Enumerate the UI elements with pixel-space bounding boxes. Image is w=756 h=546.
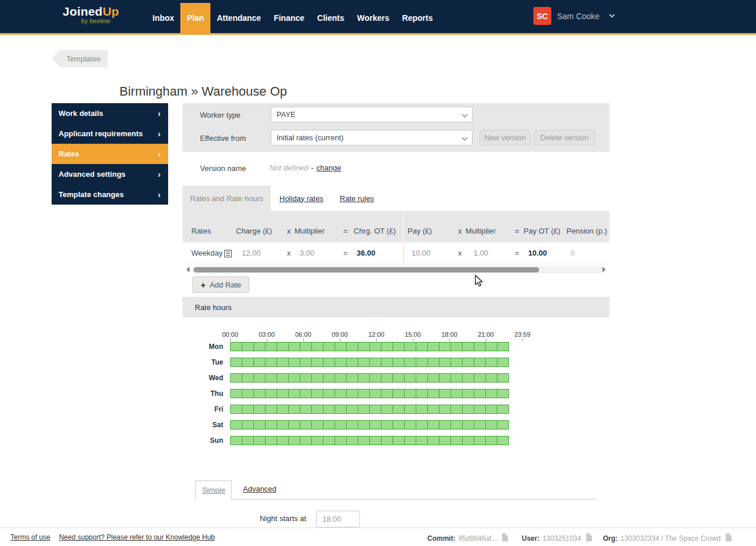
rate-hour-cell[interactable] [346,373,358,383]
document-icon[interactable] [501,533,508,543]
rate-hour-cell[interactable] [253,342,266,351]
rate-hour-cell[interactable] [404,358,416,367]
rate-hour-cell[interactable] [335,373,347,383]
rate-hour-cell[interactable] [358,405,370,414]
rate-hour-cell[interactable] [427,373,439,383]
rate-hour-cell[interactable] [242,436,254,445]
tab-advanced[interactable]: Advanced [243,485,277,493]
worker-type-select[interactable]: PAYE [271,107,472,122]
rate-hour-cell[interactable] [416,358,428,367]
rate-hour-cell[interactable] [358,342,370,351]
sidebar-item-applicant-requirements[interactable]: Applicant requirements › [52,123,168,144]
rate-hour-cell[interactable] [311,389,324,398]
rate-hour-cell[interactable] [253,358,266,367]
rate-hour-cell[interactable] [474,420,486,429]
rate-hour-cell[interactable] [369,420,381,429]
rate-hour-cell[interactable] [288,389,300,398]
rate-hour-cell[interactable] [404,373,416,383]
pension-field[interactable]: 0 [570,249,575,257]
rate-hour-cell[interactable] [485,389,497,398]
sidebar-item-work-details[interactable]: Work details › [52,103,168,123]
rate-hour-cell[interactable] [288,420,300,429]
rate-hour-cell[interactable] [265,405,277,414]
rate-hour-cell[interactable] [462,373,474,383]
rate-hour-cell[interactable] [497,405,509,414]
rate-hour-cell[interactable] [358,436,370,445]
rate-hour-cell[interactable] [242,342,254,351]
rate-hour-cell[interactable] [300,436,312,445]
rate-hour-cell[interactable] [311,420,324,429]
rate-hour-cell[interactable] [346,420,358,429]
rate-hour-cell[interactable] [265,420,277,429]
rate-details-icon[interactable] [224,249,232,260]
rate-hour-cell[interactable] [288,342,300,351]
nav-item-finance[interactable]: Finance [267,3,311,33]
rate-hour-cell[interactable] [381,436,393,445]
pay-multiplier-field[interactable]: 1.00 [474,249,488,257]
rate-hour-cell[interactable] [335,389,347,398]
rate-hour-cell[interactable] [485,373,497,383]
terms-of-use-link[interactable]: Terms of use [10,533,50,541]
rate-hour-cell[interactable] [439,436,451,445]
rate-hour-cell[interactable] [335,342,347,351]
rate-hour-cell[interactable] [392,358,405,367]
rate-hour-cell[interactable] [474,405,486,414]
nav-item-attendance[interactable]: Attendance [210,3,267,33]
rate-hour-cell[interactable] [253,373,266,383]
rate-hour-cell[interactable] [392,342,405,351]
rate-hour-cell[interactable] [277,373,289,383]
rate-hour-cell[interactable] [450,342,463,351]
rate-hour-cell[interactable] [230,420,242,429]
rate-hour-cell[interactable] [277,389,289,398]
rate-hour-cell[interactable] [277,436,289,445]
rate-hour-cell[interactable] [474,373,486,383]
rate-hour-cell[interactable] [439,373,451,383]
rate-hour-cell[interactable] [288,373,300,383]
rate-hour-cell[interactable] [474,436,486,445]
rate-hour-cell[interactable] [450,373,463,383]
rate-hour-cell[interactable] [300,389,312,398]
document-icon[interactable] [725,533,732,543]
tab-simple[interactable]: Simple [195,481,232,500]
rate-hour-cell[interactable] [323,342,335,351]
scrollbar-thumb[interactable] [194,267,539,272]
nav-item-plan[interactable]: Plan [180,3,210,33]
rate-hour-cell[interactable] [427,420,439,429]
rate-hour-cell[interactable] [242,405,254,414]
rate-hour-cell[interactable] [474,358,486,367]
rate-hour-cell[interactable] [265,358,277,367]
rate-hour-cell[interactable] [311,358,324,367]
rate-hour-cell[interactable] [288,436,300,445]
rate-hour-cell[interactable] [497,358,509,367]
rate-hour-cell[interactable] [311,436,324,445]
rate-hour-cell[interactable] [230,389,242,398]
rate-hour-cell[interactable] [242,373,254,383]
rate-hour-cell[interactable] [462,436,474,445]
rate-hour-cell[interactable] [462,342,474,351]
rate-hour-cell[interactable] [450,358,463,367]
rate-hour-cell[interactable] [311,405,324,414]
rate-hour-cell[interactable] [392,373,405,383]
rate-hour-cell[interactable] [346,358,358,367]
rate-hour-cell[interactable] [462,389,474,398]
rate-hour-cell[interactable] [485,342,497,351]
rate-hour-cell[interactable] [497,436,509,445]
sidebar-item-template-changes[interactable]: Template changes › [52,184,168,205]
rate-hour-cell[interactable] [288,405,300,414]
rate-hour-cell[interactable] [369,358,381,367]
new-version-button[interactable]: New version [479,130,530,145]
rate-hour-cell[interactable] [288,358,300,367]
rate-hour-cell[interactable] [404,389,416,398]
tab-holiday-rates[interactable]: Holiday rates [279,194,324,203]
rate-hour-cell[interactable] [404,405,416,414]
rate-hour-cell[interactable] [416,389,428,398]
rate-hour-cell[interactable] [369,373,381,383]
rate-hour-cell[interactable] [439,420,451,429]
rate-hour-cell[interactable] [485,358,497,367]
rate-hour-cell[interactable] [335,358,347,367]
rate-hour-cell[interactable] [358,358,370,367]
rate-hour-cell[interactable] [439,389,451,398]
rate-hour-cell[interactable] [230,358,242,367]
rate-hour-cell[interactable] [439,405,451,414]
rate-hour-cell[interactable] [253,389,266,398]
